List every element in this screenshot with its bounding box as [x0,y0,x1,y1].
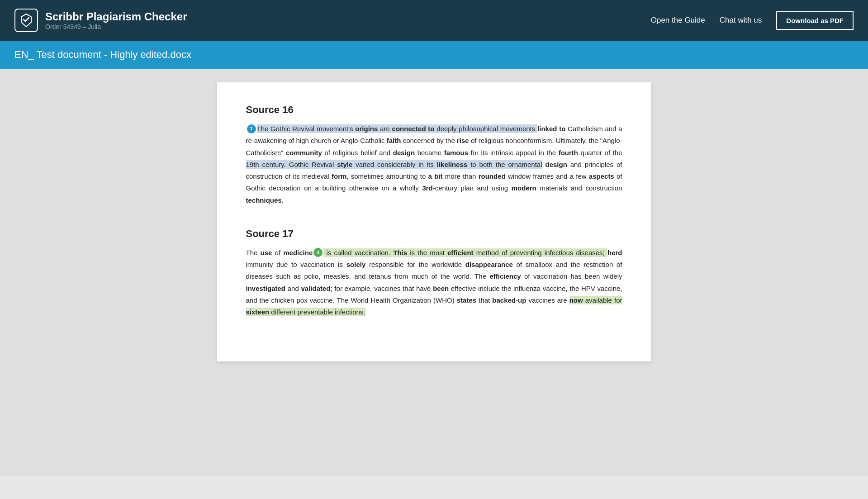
bold-word: rounded [479,172,506,180]
bold-word: sixteen [246,308,270,316]
source-16-text: 1The Gothic Revival movement's origins a… [246,123,622,206]
document-page: Source 16 1The Gothic Revival movement's… [217,82,651,361]
header-left: Scribbr Plagiarism Checker Order 54349 –… [14,9,187,32]
app-title: Scribbr Plagiarism Checker [45,10,187,24]
source-17-title: Source 17 [246,228,622,240]
bold-word: use [261,249,272,257]
bold-word: rise [457,137,469,144]
bold-word: form [332,172,346,180]
bold-word: connected to [392,125,435,133]
bold-word: likeliness [437,161,468,168]
bold-word: a bit [428,172,443,180]
source-17-text: The use of medicine4 is called vaccinati… [246,247,622,318]
bold-word: This [393,249,407,257]
bold-word: efficient [447,249,474,257]
bold-word: been [433,285,449,292]
document-title-bar: EN_ Test document - Highly edited.docx [0,41,868,69]
source-16-title: Source 16 [246,104,622,116]
bold-word: faith [387,137,401,144]
bold-word: disappearance [465,261,513,268]
bold-word: aspects [589,172,614,180]
order-subtitle: Order 54349 – Julia [45,23,187,30]
logo-text: Scribbr Plagiarism Checker Order 54349 –… [45,10,187,31]
bold-word: modern [512,184,536,192]
citation-badge-1[interactable]: 1 [247,124,256,133]
bold-word: states [457,296,476,304]
text-segment: 19th century. Gothic Revival style varie… [246,160,542,169]
bold-word: design [393,149,415,157]
bold-word: 3rd [422,184,432,192]
chat-link[interactable]: Chat with us [720,16,762,25]
bold-word: origins [355,125,378,133]
text-segment: The Gothic Revival movement's origins ar… [257,124,538,133]
bold-word: fourth [559,149,578,157]
text-segment: now available for sixteen different prev… [246,296,622,316]
bold-word: medicine [283,249,313,257]
bold-word: style [337,161,352,168]
bold-word: famous [444,149,468,157]
source-17-section: Source 17 The use of medicine4 is called… [246,228,622,318]
document-title: EN_ Test document - Highly edited.docx [14,49,191,60]
bold-word: validated [301,285,330,292]
bold-word: solely [346,261,366,268]
citation-badge-4[interactable]: 4 [313,248,323,257]
download-pdf-button[interactable]: Download as PDF [776,11,854,30]
logo-icon [14,9,38,32]
content-area: Source 16 1The Gothic Revival movement's… [0,69,868,476]
source-16-section: Source 16 1The Gothic Revival movement's… [246,104,622,206]
bold-word: now [569,296,583,304]
text-segment: is called vaccination. This is the most … [323,248,607,257]
bold-word: backed-up [492,296,526,304]
bold-word: design [545,161,567,168]
bold-word: techniques [246,196,282,204]
open-guide-link[interactable]: Open the Guide [651,16,705,25]
bold-word: efficiency [489,272,521,280]
bold-word: investigated [246,285,286,292]
bold-word: community [286,149,322,157]
bold-word: linked to [537,125,565,133]
bold-word: herd [607,249,622,257]
header: Scribbr Plagiarism Checker Order 54349 –… [0,0,868,41]
header-nav: Open the Guide Chat with us Download as … [651,11,854,30]
